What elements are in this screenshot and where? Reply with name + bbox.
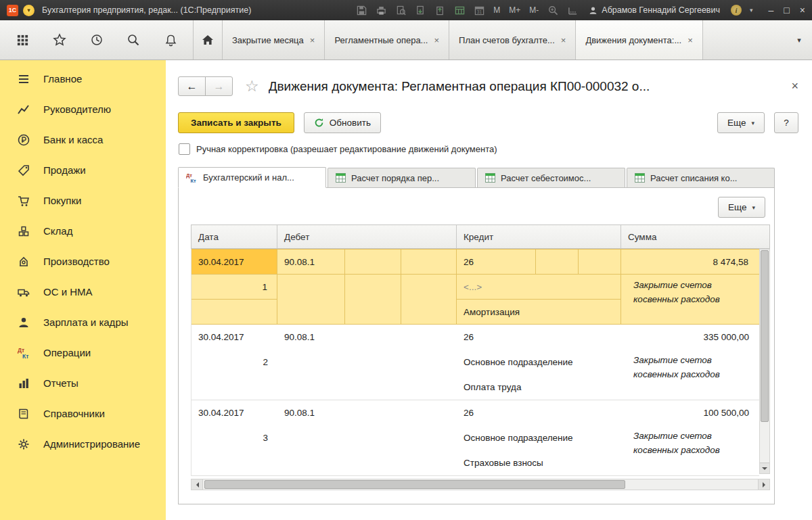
cell-amount[interactable]: 335 000,00 (621, 325, 760, 350)
cell-debit-sub2[interactable] (401, 250, 457, 275)
calc-memory-plus-button[interactable]: М+ (508, 5, 521, 15)
tabs-overflow-dropdown[interactable]: ▾ (786, 20, 812, 60)
minimize-button[interactable]: – (769, 5, 774, 15)
tab-raschet-poryadka[interactable]: Расчет порядка пер... (328, 168, 476, 187)
cell-debit-sub1[interactable] (345, 250, 401, 275)
cell-date[interactable]: 30.04.2017 (191, 325, 277, 350)
manual-adjustment-row[interactable]: Ручная корректировка (разрешает редактир… (179, 143, 798, 155)
more-button[interactable]: Еще ▾ (717, 112, 765, 133)
table-row[interactable]: 30.04.2017 90.08.1 26 335 000,00 2 Основ… (191, 325, 759, 400)
current-user[interactable]: Абрамов Геннадий Сергеевич (589, 5, 720, 15)
cell-operation-comment[interactable]: Закрытие счетов косвенных расходов (621, 275, 760, 325)
sidebar-item-glavnoe[interactable]: Главное (0, 64, 166, 94)
cell-date[interactable]: 30.04.2017 (191, 400, 277, 425)
tab-plan-schetov[interactable]: План счетов бухгалте... × (449, 20, 576, 60)
sidebar-item-os-i-nma[interactable]: ОС и НМА (0, 277, 166, 307)
main-menu-button[interactable]: ▾ (23, 5, 35, 16)
info-dropdown-icon[interactable]: ▾ (750, 7, 753, 14)
all-functions-button[interactable] (14, 31, 31, 49)
cell-debit-account[interactable]: 90.08.1 (277, 400, 345, 425)
cell-amount[interactable]: 100 500,00 (621, 400, 760, 425)
help-button[interactable]: ? (774, 112, 798, 133)
cell-row-number[interactable]: 3 (191, 425, 277, 450)
cell-credit-account[interactable]: 26 (457, 250, 536, 275)
cell-row-number[interactable]: 2 (191, 350, 277, 375)
vertical-scrollbar[interactable] (759, 249, 770, 474)
cell-empty[interactable] (191, 300, 277, 325)
home-button[interactable] (193, 20, 223, 60)
zoom-button[interactable] (547, 4, 559, 16)
save-button[interactable] (355, 4, 367, 16)
cell-debit-subconto[interactable] (401, 275, 457, 325)
sidebar-item-rukovoditelyu[interactable]: Руководителю (0, 94, 166, 124)
cell-credit-subconto-2[interactable]: Страховые взносы (457, 450, 621, 475)
sidebar-item-prodazhi[interactable]: Продажи (0, 155, 166, 185)
sidebar-item-proizvodstvo[interactable]: Производство (0, 246, 166, 277)
tab-dvizheniya-dokumenta[interactable]: Движения документа:... × (576, 20, 702, 60)
sidebar-item-sklad[interactable]: Склад (0, 216, 166, 246)
tab-raschet-spisaniya[interactable]: Расчет списания ко... (627, 168, 775, 187)
sidebar-item-otchety[interactable]: Отчеты (0, 368, 166, 398)
close-tab-icon[interactable]: × (561, 35, 566, 45)
tab-buhgalterskiy-uchet[interactable]: ДтКт Бухгалтерский и нал... (178, 167, 326, 188)
forward-button[interactable]: → (205, 76, 233, 96)
table-more-button[interactable]: Еще ▾ (718, 197, 765, 218)
cell-operation-comment[interactable]: Закрытие счетов косвенных расходов (621, 350, 760, 400)
back-button[interactable]: ← (178, 76, 206, 96)
scroll-down-button[interactable] (760, 463, 769, 473)
history-button[interactable] (88, 31, 106, 49)
close-window-button[interactable]: × (800, 5, 805, 15)
cell-credit-account[interactable]: 26 (457, 325, 536, 350)
cell-debit-account[interactable]: 90.08.1 (277, 325, 345, 350)
sidebar-item-bank-i-kassa[interactable]: Банк и касса (0, 124, 166, 155)
sidebar-item-administrirovanie[interactable]: Администрирование (0, 429, 166, 459)
ruler-button[interactable] (566, 4, 579, 16)
cell-debit-subconto[interactable] (345, 275, 401, 325)
show-table-button[interactable] (453, 4, 466, 16)
close-tab-icon[interactable]: × (434, 35, 439, 45)
cell-operation-comment[interactable]: Закрытие счетов косвенных расходов (621, 425, 760, 475)
cell-amount[interactable]: 8 474,58 (621, 250, 760, 275)
calc-memory-button[interactable]: М (493, 5, 501, 15)
notifications-button[interactable] (162, 31, 179, 49)
close-tab-icon[interactable]: × (310, 35, 315, 45)
tab-reglamentnye-operacii[interactable]: Регламентные опера... × (325, 20, 449, 60)
cell-credit-subconto-2[interactable]: Оплата труда (457, 375, 621, 400)
cell-credit-subconto-1[interactable]: Основное подразделение (457, 425, 621, 450)
scroll-left-button[interactable] (191, 479, 203, 490)
cell-credit-subconto-2[interactable]: Амортизация (457, 300, 621, 325)
sidebar-item-operacii[interactable]: ДтКт Операции (0, 337, 166, 368)
add-to-favorites-star-icon[interactable]: ☆ (245, 77, 259, 95)
close-document-icon[interactable]: × (791, 79, 798, 93)
save-and-close-button[interactable]: Записать и закрыть (178, 112, 294, 133)
tab-raschet-sebestoimosti[interactable]: Расчет себестоимос... (477, 168, 625, 187)
sidebar-item-pokupki[interactable]: Покупки (0, 185, 166, 216)
cell-credit-sub1[interactable] (536, 250, 579, 275)
favorites-button[interactable] (51, 31, 68, 49)
cell-credit-subconto-1[interactable]: <...> (457, 275, 621, 300)
cell-credit-sub2[interactable] (579, 250, 621, 275)
refresh-button[interactable]: Обновить (304, 112, 381, 133)
cell-debit-account[interactable]: 90.08.1 (277, 250, 345, 275)
scrollbar-thumb[interactable] (761, 250, 769, 422)
cell-credit-subconto-1[interactable]: Основное подразделение (457, 350, 621, 375)
calc-memory-minus-button[interactable]: М- (528, 5, 539, 15)
print-preview-button[interactable] (394, 4, 407, 16)
close-tab-icon[interactable]: × (687, 35, 693, 45)
calendar-button[interactable]: 31 (473, 4, 485, 16)
sidebar-item-spravochniki[interactable]: Справочники (0, 398, 166, 429)
import-file-button[interactable] (434, 4, 446, 16)
sidebar-item-zarplata-i-kadry[interactable]: Зарплата и кадры (0, 307, 166, 337)
tab-zakrytie-mesyaca[interactable]: Закрытие месяца × (223, 20, 325, 60)
cell-row-number[interactable]: 1 (191, 275, 277, 300)
scroll-right-button[interactable] (758, 479, 769, 490)
cell-credit-account[interactable]: 26 (457, 400, 536, 425)
manual-adjustment-checkbox[interactable] (179, 143, 190, 155)
scrollbar-thumb[interactable] (204, 480, 625, 489)
table-row[interactable]: 30.04.2017 90.08.1 26 8 474,58 1 (191, 249, 759, 325)
search-button[interactable] (125, 31, 142, 49)
export-file-button[interactable] (414, 4, 426, 16)
maximize-button[interactable]: □ (784, 5, 789, 15)
cell-date[interactable]: 30.04.2017 (191, 250, 277, 275)
table-row[interactable]: 30.04.2017 90.08.1 26 100 500,00 3 Основ… (191, 400, 759, 476)
